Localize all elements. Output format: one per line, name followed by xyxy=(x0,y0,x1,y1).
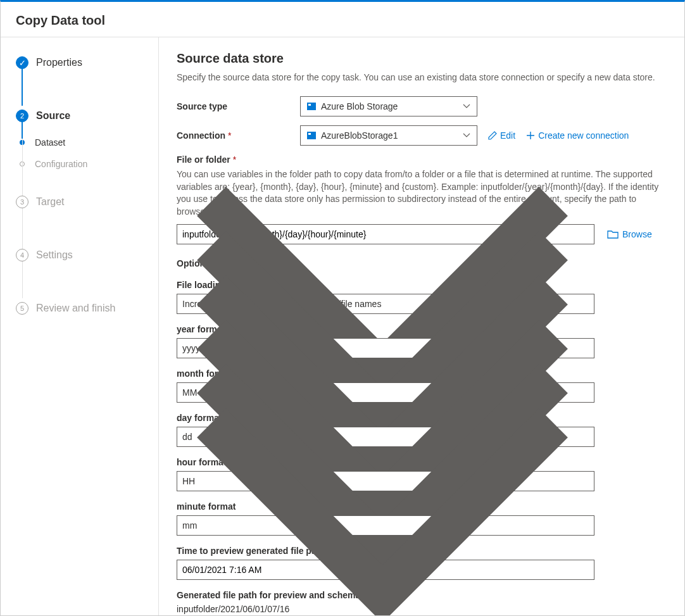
step-number-icon: 3 xyxy=(16,196,28,208)
substep-dataset[interactable]: Dataset xyxy=(18,137,158,148)
step-number-icon: 4 xyxy=(16,249,28,261)
main-content: Source data store Specify the source dat… xyxy=(159,37,684,615)
step-source[interactable]: 2 Source xyxy=(16,106,158,126)
substep-configuration[interactable]: Configuration xyxy=(18,159,158,169)
section-description: Specify the source data store for the co… xyxy=(177,72,667,82)
connector xyxy=(22,65,23,106)
connector xyxy=(22,258,23,298)
check-icon: ✓ xyxy=(16,56,28,69)
step-settings[interactable]: 4 Settings xyxy=(16,245,158,265)
wizard-sidebar: ✓ Properties 2 Source Dataset Con xyxy=(1,37,159,615)
page-title: Copy Data tool xyxy=(16,13,669,28)
section-title: Source data store xyxy=(177,51,667,66)
step-properties[interactable]: ✓ Properties xyxy=(16,53,158,73)
step-review[interactable]: 5 Review and finish xyxy=(16,298,158,318)
step-number-icon: 5 xyxy=(16,302,28,315)
connector xyxy=(22,204,23,245)
folder-icon xyxy=(607,230,619,239)
header: Copy Data tool xyxy=(1,2,684,37)
chevron-down-icon xyxy=(177,320,588,615)
step-target[interactable]: 3 Target xyxy=(16,192,158,212)
minute-format-select[interactable]: mm xyxy=(177,515,594,536)
browse-button[interactable]: Browse xyxy=(607,229,652,239)
step-number-icon: 2 xyxy=(16,110,28,122)
